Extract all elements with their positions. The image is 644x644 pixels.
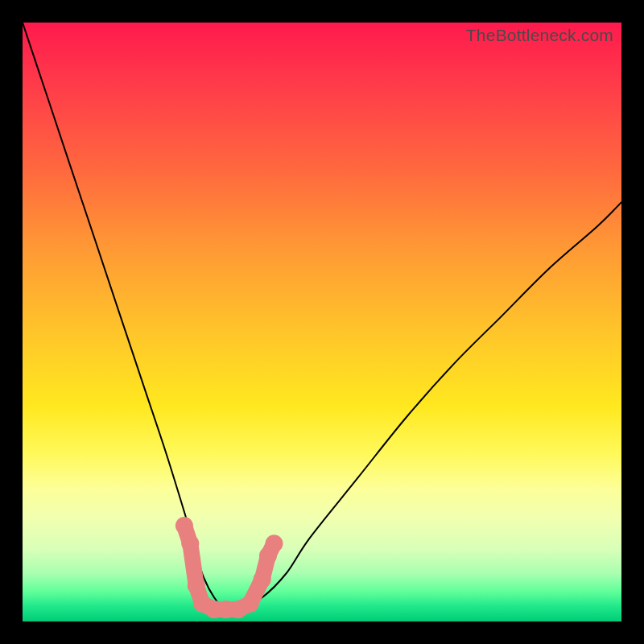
highlight-marker [181, 535, 199, 552]
marker-group [175, 517, 283, 618]
highlight-marker [266, 535, 283, 552]
highlight-marker [188, 576, 205, 594]
plot-area: TheBottleneck.com [23, 23, 621, 621]
bottleneck-curve [23, 23, 621, 611]
highlight-marker [254, 571, 271, 588]
highlight-marker [175, 517, 193, 535]
highlight-marker [242, 595, 259, 613]
curve-svg [23, 23, 621, 621]
